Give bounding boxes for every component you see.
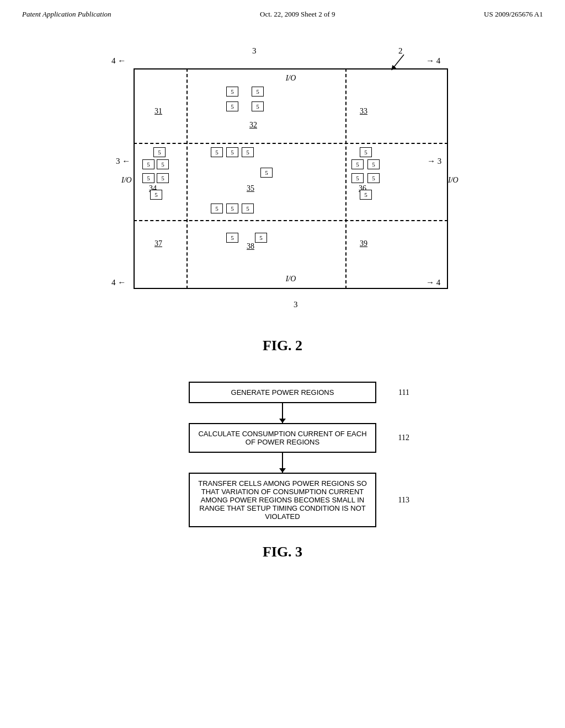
step-111-id: 111 [398,388,409,397]
cell-box: 5 [242,147,254,157]
step-111-wrapper: GENERATE POWER REGIONS 111 [189,382,376,403]
cell-box: 5 [142,159,154,169]
cell-box: 5 [157,159,169,169]
fig2-diagram: 4 ← → 4 4 ← → 4 3 ← → 3 3 3 2 I/O I/O I/… [89,35,476,333]
cell-box: 5 [367,173,380,183]
step-113-id: 113 [398,496,409,505]
cell-box: 5 [260,168,273,178]
header-left: Patent Application Publication [22,10,111,19]
region-33: 33 [360,107,367,116]
cell-box: 5 [351,173,364,183]
cell-box: 5 [255,233,267,243]
step-111-box: GENERATE POWER REGIONS [189,382,376,403]
step-111-label: GENERATE POWER REGIONS [231,388,334,397]
cell-box: 5 [157,173,169,183]
outer-rectangle: I/O I/O [134,68,448,289]
cell-box: 5 [153,147,166,157]
label-3-bottom: 3 [294,300,298,309]
cell-box: 5 [242,204,254,213]
svg-line-0 [393,55,404,68]
cell-box: 5 [211,204,223,213]
cell-box: 5 [226,87,238,97]
arrow-2-flow [282,453,283,473]
cell-box: 5 [367,159,380,169]
label-4-bottomleft: 4 ← [111,278,126,287]
io-left: I/O [121,176,132,185]
cell-box: 5 [226,101,238,111]
region-31: 31 [154,107,162,116]
step-112-id: 112 [398,433,409,442]
cell-box: 5 [142,173,154,183]
label-3-left: 3 ← [116,157,130,166]
step-113-box: TRANSFER CELLS AMONG POWER REGIONS SO TH… [189,473,376,527]
cell-box: 5 [226,147,238,157]
cell-box: 5 [360,147,372,157]
region-35: 35 [247,184,254,193]
cell-box: 5 [211,147,223,157]
label-3-top: 3 [252,46,257,56]
fig2-caption: FIG. 2 [0,338,565,354]
cell-box: 5 [252,87,264,97]
cell-box: 5 [226,204,238,213]
region-38: 38 [247,242,254,251]
region-39: 39 [360,239,367,248]
fig3-diagram: GENERATE POWER REGIONS 111 CALCULATE CON… [89,376,476,527]
step-112-box: CALCULATE CONSUMPTION CURRENT OF EACH OF… [189,423,376,453]
region-32: 32 [249,121,257,130]
step-113-wrapper: TRANSFER CELLS AMONG POWER REGIONS SO TH… [189,473,376,527]
io-top: I/O [135,74,447,83]
step-112-wrapper: CALCULATE CONSUMPTION CURRENT OF EACH OF… [189,423,376,453]
cell-box: 5 [226,233,238,243]
step-113-label: TRANSFER CELLS AMONG POWER REGIONS SO TH… [198,479,367,521]
vline-right [345,68,347,289]
page-header: Patent Application Publication Oct. 22, … [0,0,565,24]
label-4-topright: → 4 [426,56,440,66]
label-4-topleft: 4 ← [111,56,126,66]
cell-box: 5 [252,101,264,111]
arrow-1 [282,403,283,423]
cell-box: 5 [150,190,162,200]
io-bottom: I/O [135,275,447,283]
header-right: US 2009/265676 A1 [484,10,543,19]
io-right: I/O [448,176,459,185]
fig3-caption: FIG. 3 [0,544,565,560]
hline-bottom [134,220,448,221]
header-center: Oct. 22, 2009 Sheet 2 of 9 [260,10,335,19]
flowchart: GENERATE POWER REGIONS 111 CALCULATE CON… [89,376,476,527]
vline-left [186,68,188,289]
region-37: 37 [154,239,162,248]
hline-top [134,143,448,144]
cell-box: 5 [351,159,364,169]
step-112-label: CALCULATE CONSUMPTION CURRENT OF EACH OF… [198,430,366,446]
cell-box: 5 [360,190,372,200]
